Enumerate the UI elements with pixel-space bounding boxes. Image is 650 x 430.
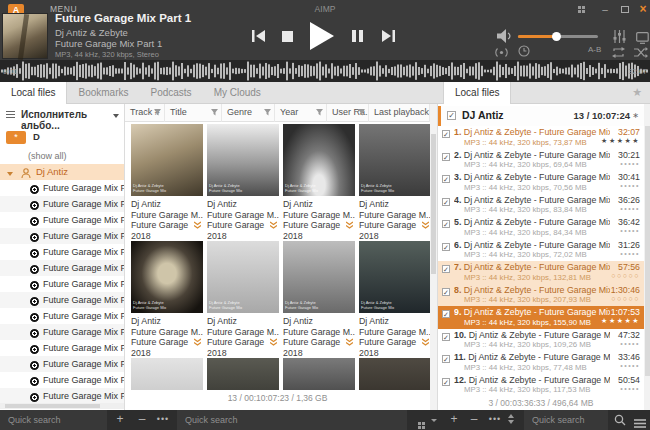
track-checkbox[interactable]: ✓ — [442, 288, 450, 296]
tree-album-row[interactable]: Future Garage Mix Part — [0, 180, 125, 196]
previous-button[interactable] — [252, 30, 265, 42]
tree-album-row[interactable]: Future Garage Mix Part — [0, 228, 125, 244]
more-button[interactable]: ••• — [153, 410, 173, 430]
album-card-cover[interactable]: Dj Antiz & Zebyte Future Garage Mix — [207, 241, 279, 313]
search-icon[interactable] — [612, 413, 628, 430]
playlist-track-row[interactable]: ✓ 11. Dj Antiz & Zebyte - Future Garage … — [438, 351, 644, 374]
playlist-track-row[interactable]: ✓ 2. Dj Antiz & Zebyte - Future Garage M… — [438, 149, 644, 172]
tree-album-row[interactable]: Future Garage Mix Part — [0, 196, 125, 212]
track-rating[interactable]: ••••• — [620, 205, 640, 212]
expand-chevrons-icon[interactable] — [422, 338, 429, 348]
horizontal-scrollbar[interactable] — [0, 403, 125, 409]
expand-chevrons-icon[interactable] — [422, 221, 429, 231]
sleep-timer-icon[interactable] — [518, 43, 530, 61]
waveform-seekbar[interactable]: 0:01 32:07 — [0, 60, 650, 82]
track-rating[interactable]: ••••• — [620, 385, 640, 392]
tree-album-row[interactable]: Future Garage Mix Part — [0, 292, 125, 308]
collapse-caret-icon[interactable] — [7, 172, 13, 176]
scrollbar-thumb[interactable] — [431, 134, 436, 274]
track-rating[interactable]: ○○○○○ — [611, 272, 640, 279]
star-icon[interactable]: ★ — [632, 86, 642, 99]
ab-repeat-button[interactable]: A-B — [588, 45, 601, 54]
tree-album-row[interactable]: Future Garage Mix Part — [0, 260, 125, 276]
track-checkbox[interactable]: ✓ — [442, 378, 450, 386]
expand-chevrons-icon[interactable] — [194, 221, 201, 231]
album-card[interactable]: Dj Antiz & Zebyte Future Garage Mix Dj A… — [283, 124, 355, 252]
album-card-cover[interactable]: Dj Antiz & Zebyte Future Garage Mix — [207, 124, 279, 196]
pause-button[interactable] — [352, 30, 363, 42]
expand-chevrons-icon[interactable] — [194, 338, 201, 348]
track-rating[interactable]: ★★★★★ — [601, 137, 640, 145]
track-rating[interactable]: ••••• — [620, 182, 640, 189]
column-header[interactable]: User Ra... — [327, 104, 369, 122]
playlist-more-button[interactable]: ••• — [485, 410, 505, 430]
tree-album-row[interactable]: Future Garage Mix Part — [0, 340, 125, 356]
playlist-menu-icon[interactable] — [632, 415, 648, 430]
track-checkbox[interactable]: ✓ — [442, 198, 450, 206]
layout-grid-icon[interactable] — [572, 2, 590, 17]
volume-slider[interactable] — [518, 35, 598, 38]
view-mode-caret-icon[interactable] — [431, 419, 437, 422]
scrollbar-thumb[interactable] — [5, 404, 100, 408]
column-header[interactable]: Title — [165, 104, 222, 122]
track-checkbox[interactable]: ✓ — [442, 333, 450, 341]
tree-album-row[interactable]: Future Garage Mix Part — [0, 244, 125, 260]
filter-funnel-icon[interactable] — [211, 109, 218, 116]
playlist-remove-button[interactable]: – — [466, 410, 482, 430]
add-button[interactable]: + — [112, 410, 128, 430]
group-checkbox[interactable]: ✓ — [447, 111, 456, 120]
album-card-cover[interactable]: Dj Antiz & Zebyte Future Garage Mix — [283, 241, 355, 313]
filter-funnel-icon[interactable] — [154, 109, 161, 116]
album-card[interactable]: Dj Antiz & Zebyte Future Garage Mix Dj A… — [283, 241, 355, 369]
album-card-cover[interactable]: Dj Antiz & Zebyte Future Garage Mix — [283, 124, 355, 196]
album-card-cover[interactable]: Dj Antiz & Zebyte Future Garage Mix — [131, 241, 203, 313]
close-button[interactable]: × — [634, 2, 650, 17]
album-card[interactable]: Dj Antiz & Zebyte Future Garage Mix Dj A… — [359, 124, 431, 252]
expand-chevrons-icon[interactable] — [346, 338, 353, 348]
tab-item[interactable]: My Clouds — [203, 82, 272, 104]
tree-quick-search-input[interactable] — [0, 410, 107, 430]
playlist-track-row[interactable]: ✓ 6. Dj Antiz & Zebyte - Future Garage M… — [438, 239, 644, 262]
tab-item[interactable]: Podcasts — [139, 82, 202, 104]
grouping-header[interactable]: Исполнитель альбо... — [0, 104, 125, 126]
album-card[interactable]: Dj Antiz & Zebyte Future Garage Mix Dj A… — [207, 124, 279, 252]
vertical-scrollbar[interactable] — [644, 104, 650, 410]
playlist-track-row[interactable]: ✓ 12. Dj Antiz & Zebyte - Future Garage … — [438, 374, 644, 397]
album-card[interactable]: Dj Antiz & Zebyte Future Garage Mix Dj A… — [131, 124, 203, 252]
vertical-scrollbar[interactable] — [430, 104, 437, 410]
tab-item[interactable]: Bookmarks — [67, 82, 139, 104]
play-button[interactable] — [310, 22, 334, 50]
column-header[interactable]: Year — [275, 104, 327, 122]
tree-album-row[interactable]: Future Garage Mix Part — [0, 356, 125, 372]
group-chip[interactable]: * — [6, 131, 26, 144]
track-rating[interactable]: ••••• — [620, 227, 640, 234]
tree-album-row[interactable]: Future Garage Mix Part — [0, 324, 125, 340]
track-checkbox[interactable]: ✓ — [442, 355, 450, 363]
track-checkbox[interactable]: ✓ — [442, 310, 450, 318]
album-card-cover[interactable]: Dj Antiz & Zebyte Future Garage Mix — [359, 124, 431, 196]
tree-album-row[interactable]: Future Garage Mix Part — [0, 308, 125, 324]
tree-artist-row[interactable]: Dj Antiz — [0, 164, 125, 180]
view-mode-grid-icon[interactable] — [415, 416, 427, 430]
track-checkbox[interactable]: ✓ — [442, 153, 450, 161]
tree-album-row[interactable]: Future Garage Mix Part — [0, 276, 125, 292]
next-button[interactable] — [382, 30, 395, 42]
playlist-track-row[interactable]: ✓ 4. Dj Antiz & Zebyte - Future Garage M… — [438, 194, 644, 217]
track-rating[interactable]: ★★★★★ — [601, 317, 640, 325]
minimize-button[interactable]: – — [596, 2, 614, 17]
track-rating[interactable]: ••••• — [620, 160, 640, 167]
playlist-track-row[interactable]: ✓ 9. Dj Antiz & Zebyte - Future Garage M… — [438, 306, 644, 329]
track-rating[interactable]: ••••• — [620, 362, 640, 369]
column-header[interactable]: Last playback — [369, 104, 430, 122]
tree-album-row[interactable]: Future Garage Mix Part — [0, 372, 125, 388]
volume-knob[interactable] — [552, 32, 561, 41]
expand-chevrons-icon[interactable] — [270, 221, 277, 231]
stop-button[interactable] — [282, 31, 293, 42]
expand-chevrons-icon[interactable] — [346, 221, 353, 231]
playlist-track-row[interactable]: ✓ 8. Dj Antiz & Zebyte - Future Garage M… — [438, 284, 644, 307]
sort-button[interactable] — [508, 414, 518, 430]
track-rating[interactable]: ○○○○○ — [611, 295, 640, 302]
playlist-track-row[interactable]: ✓ 7. Dj Antiz & Zebyte - Future Garage M… — [438, 261, 644, 284]
track-rating[interactable]: ••••• — [620, 340, 640, 347]
expand-chevrons-icon[interactable] — [270, 338, 277, 348]
